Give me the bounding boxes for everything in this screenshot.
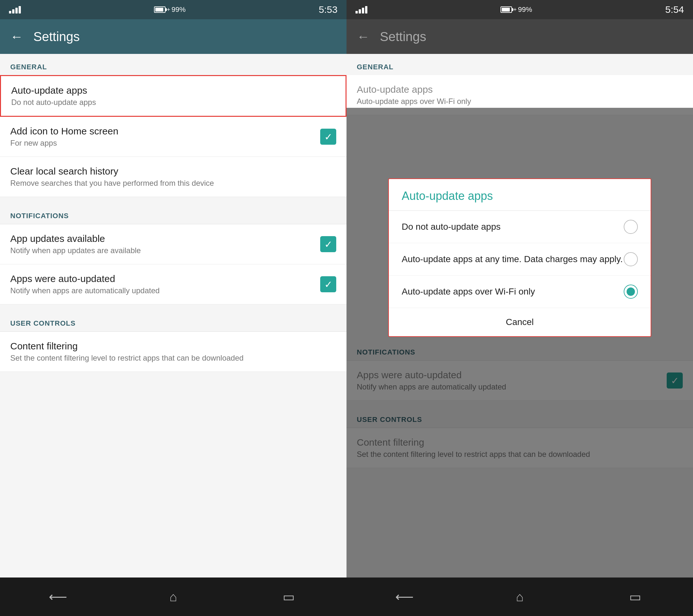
battery-status: + 99%	[154, 5, 186, 14]
battery-icon	[154, 6, 165, 13]
bottom-nav-left: ⟵ ⌂ ▭	[0, 577, 346, 616]
status-bar-left-icons	[9, 6, 21, 14]
setting-title-clear-history: Clear local search history	[10, 166, 336, 177]
nav-recents-right[interactable]: ▭	[622, 584, 648, 610]
check-icon: ✓	[324, 131, 332, 142]
nav-back-left[interactable]: ⟵	[45, 584, 71, 610]
setting-add-icon-left[interactable]: Add icon to Home screen For new apps ✓	[0, 117, 346, 157]
setting-subtitle-auto-update-right: Auto-update apps over Wi-Fi only	[357, 97, 683, 106]
section-header-general-right: GENERAL	[346, 54, 693, 75]
settings-list-left: GENERAL Auto-update apps Do not auto-upd…	[0, 54, 346, 577]
checkbox-add-icon[interactable]: ✓	[320, 128, 336, 145]
checkbox-apps-auto-updated[interactable]: ✓	[320, 276, 336, 292]
battery-plus: +	[167, 6, 170, 13]
dialog-option-wifi[interactable]: Auto-update apps over Wi-Fi only	[389, 276, 651, 308]
section-header-notifications-left: NOTIFICATIONS	[0, 203, 346, 224]
nav-back-right[interactable]: ⟵	[391, 584, 417, 610]
left-panel: + 99% 5:53 ← Settings GENERAL Auto-updat…	[0, 0, 346, 616]
settings-list-right: GENERAL Auto-update apps Auto-update app…	[346, 54, 693, 577]
setting-app-updates-left[interactable]: App updates available Notify when app up…	[0, 224, 346, 264]
battery-pct-right: 99%	[518, 5, 532, 14]
nav-home-left[interactable]: ⌂	[160, 584, 186, 610]
section-header-user-controls-left: USER CONTROLS	[0, 310, 346, 332]
setting-subtitle-clear-history: Remove searches that you have performed …	[10, 179, 336, 188]
dialog-option-any-time[interactable]: Auto-update apps at any time. Data charg…	[389, 243, 651, 276]
setting-subtitle-content-filtering: Set the content filtering level to restr…	[10, 354, 336, 362]
time-right: 5:54	[666, 4, 684, 15]
setting-title-apps-auto-updated: Apps were auto-updated	[10, 273, 320, 284]
check-icon: ✓	[324, 279, 332, 290]
signal-icon-right	[355, 6, 368, 14]
setting-apps-auto-updated-left[interactable]: Apps were auto-updated Notify when apps …	[0, 264, 346, 304]
status-bar-right: + 99% 5:54	[346, 0, 693, 19]
radio-selected-indicator	[627, 287, 635, 296]
right-panel: + 99% 5:54 ← Settings GENERAL Auto-updat…	[346, 0, 693, 616]
setting-auto-update-left[interactable]: Auto-update apps Do not auto-update apps	[0, 75, 346, 117]
setting-content-filtering-left[interactable]: Content filtering Set the content filter…	[0, 332, 346, 372]
dialog-option-do-not-text: Do not auto-update apps	[402, 220, 624, 233]
checkbox-app-updates[interactable]: ✓	[320, 236, 336, 252]
auto-update-dialog: Auto-update apps Do not auto-update apps…	[388, 178, 651, 337]
check-icon: ✓	[324, 239, 332, 250]
dialog-overlay[interactable]: Auto-update apps Do not auto-update apps…	[346, 108, 693, 577]
setting-title-auto-update-right: Auto-update apps	[357, 84, 683, 95]
back-button-left[interactable]: ←	[10, 29, 23, 44]
setting-clear-history-left[interactable]: Clear local search history Remove search…	[0, 157, 346, 197]
time-left: 5:53	[319, 4, 338, 15]
dialog-title: Auto-update apps	[389, 179, 651, 211]
signal-icon	[9, 6, 21, 14]
bottom-nav-right: ⟵ ⌂ ▭	[346, 577, 693, 616]
dialog-option-do-not[interactable]: Do not auto-update apps	[389, 211, 651, 243]
setting-subtitle-app-updates: Notify when app updates are available	[10, 246, 320, 255]
setting-title-content-filtering: Content filtering	[10, 341, 336, 352]
dialog-option-wifi-text: Auto-update apps over Wi-Fi only	[402, 285, 624, 298]
radio-do-not[interactable]	[624, 220, 638, 234]
battery-pct: 99%	[172, 5, 186, 14]
page-title-right: Settings	[380, 29, 427, 44]
back-button-right[interactable]: ←	[357, 29, 370, 44]
app-bar-right: ← Settings	[346, 19, 693, 54]
dialog-cancel-button[interactable]: Cancel	[389, 308, 651, 336]
battery-status-right: + 99%	[500, 5, 532, 14]
setting-title-auto-update: Auto-update apps	[11, 85, 335, 96]
radio-any-time[interactable]	[624, 252, 638, 266]
status-bar-right-icons	[355, 6, 368, 14]
section-header-general-left: GENERAL	[0, 54, 346, 75]
radio-wifi[interactable]	[624, 284, 638, 299]
nav-home-right[interactable]: ⌂	[507, 584, 533, 610]
dialog-option-any-time-text: Auto-update apps at any time. Data charg…	[402, 253, 624, 265]
setting-subtitle-auto-update: Do not auto-update apps	[11, 98, 335, 107]
status-bar-left: + 99% 5:53	[0, 0, 346, 19]
app-bar-left: ← Settings	[0, 19, 346, 54]
setting-title-app-updates: App updates available	[10, 233, 320, 244]
page-title-left: Settings	[33, 29, 80, 44]
battery-icon-right	[500, 6, 512, 13]
setting-subtitle-add-icon: For new apps	[10, 139, 320, 147]
setting-title-add-icon: Add icon to Home screen	[10, 126, 320, 137]
nav-recents-left[interactable]: ▭	[276, 584, 302, 610]
section-user-controls-left: USER CONTROLS Content filtering Set the …	[0, 310, 346, 372]
setting-subtitle-apps-auto-updated: Notify when apps are automatically updat…	[10, 286, 320, 295]
battery-plus-right: +	[513, 6, 517, 13]
section-notifications-left: NOTIFICATIONS App updates available Noti…	[0, 203, 346, 304]
